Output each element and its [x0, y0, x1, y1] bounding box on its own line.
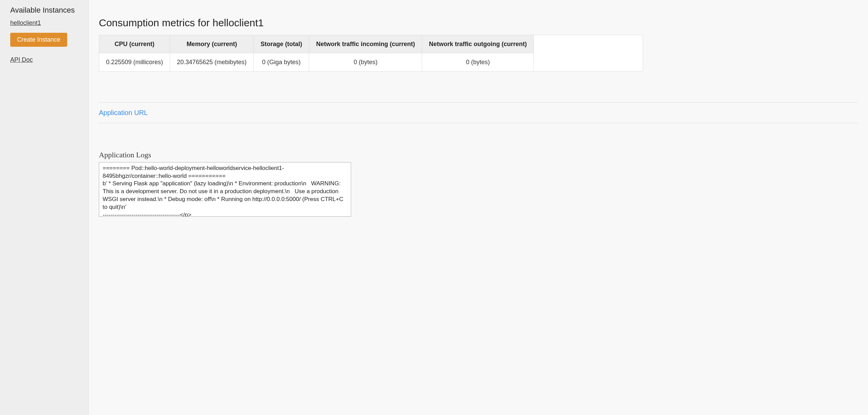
sidebar-instance-link[interactable]: helloclient1 — [0, 18, 88, 33]
metrics-col-header: Network traffic incoming (current) — [309, 35, 422, 53]
sidebar: Available Instances helloclient1 Create … — [0, 0, 89, 415]
page-title: Consumption metrics for helloclient1 — [99, 17, 858, 29]
metrics-col-header: CPU (current) — [99, 35, 170, 53]
logs-textarea[interactable] — [99, 162, 351, 217]
metrics-col-header: Network traffic outgoing (current) — [422, 35, 534, 53]
metrics-cell: 0 (Giga bytes) — [254, 53, 309, 71]
divider — [99, 123, 858, 123]
api-doc-link[interactable]: API Doc — [0, 56, 88, 63]
metrics-blank-col — [534, 35, 643, 53]
metrics-col-header: Memory (current) — [170, 35, 254, 53]
metrics-cell: 20.34765625 (mebibytes) — [170, 53, 254, 71]
create-instance-button[interactable]: Create Instance — [10, 33, 67, 47]
metrics-cell: 0.225509 (millicores) — [99, 53, 170, 71]
metrics-cell: 0 (bytes) — [309, 53, 422, 71]
sidebar-title: Available Instances — [0, 5, 88, 18]
table-row: 0.225509 (millicores) 20.34765625 (mebib… — [99, 53, 643, 71]
metrics-cell: 0 (bytes) — [422, 53, 534, 71]
metrics-blank-cell — [534, 53, 643, 71]
metrics-col-header: Storage (total) — [254, 35, 309, 53]
main-content: Consumption metrics for helloclient1 CPU… — [89, 0, 868, 415]
logs-heading: Application Logs — [99, 151, 858, 159]
metrics-table: CPU (current) Memory (current) Storage (… — [99, 35, 643, 72]
application-url-link[interactable]: Application URL — [99, 103, 858, 123]
